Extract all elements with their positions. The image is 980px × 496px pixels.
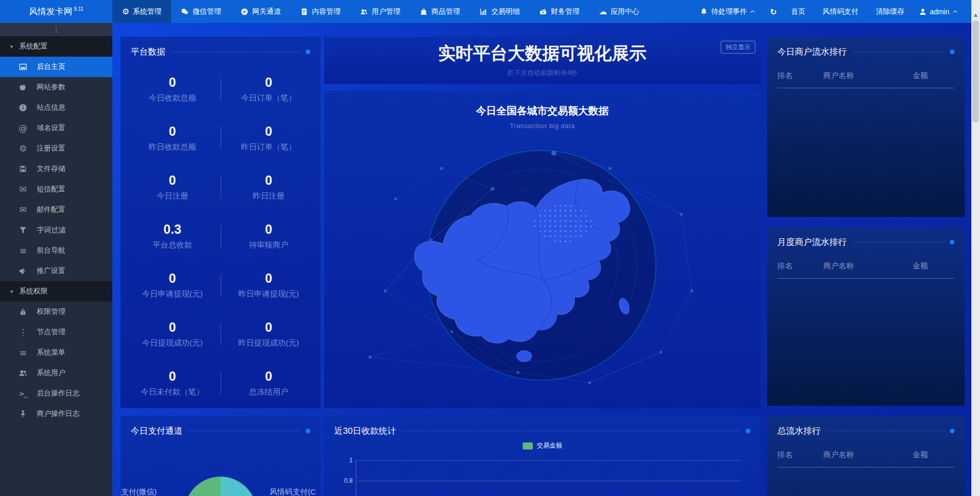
rank-header-underline [777,278,954,279]
panel-head: 总流水排行 [767,416,965,437]
top-nav-item[interactable]: 用户管理 [350,0,410,23]
scroll-up-arrow[interactable]: ▲ [971,12,980,17]
stat-label: 平台总收款 [153,240,192,251]
sidebar-item[interactable]: @域名设置 [0,118,112,138]
money-icon [539,8,547,16]
sidebar-item-icon-wrap [17,368,29,378]
stat-value: 0 [169,124,176,139]
sidebar-item[interactable]: 网站参数 [0,77,112,97]
gear-icon: ⚙ [19,144,27,153]
top-nav-item[interactable]: 财务管理 [529,0,589,23]
top-nav-item[interactable]: 交易明细 [470,0,529,23]
navbar-link[interactable]: 清除缓存 [876,7,904,16]
sidebar-item[interactable]: ≡系统菜单 [0,342,112,363]
sidebar-item[interactable]: 站点信息 [0,97,112,118]
dotted-line [189,431,301,431]
scrollbar-thumb[interactable] [972,20,979,122]
panel-head: 今日商户流水排行 [767,37,965,58]
accent-dot [306,429,310,433]
accent-dot [950,240,954,244]
sidebar-section-header[interactable]: ▾系统配置 [0,36,112,57]
navbar-link[interactable]: 首页 [791,7,805,16]
top-nav-item[interactable]: 微信管理 [171,0,231,23]
sidebar-item-label: 文件存储 [37,164,65,173]
top-nav-item-label: 财务管理 [551,7,579,16]
sidebar-item[interactable]: ≡前台导航 [0,240,112,261]
rank-header-underline [777,467,954,467]
stat-value: 0 [169,320,176,335]
user-menu[interactable]: admin [919,8,958,16]
today-merchant-rank-panel: 今日商户流水排行排名商户名称金额 [767,37,965,217]
top-nav-item[interactable]: 网关通道 [231,0,290,23]
sidebar-item-label: 权限管理 [37,307,65,316]
stat-label: 昨日订单（笔） [241,142,297,153]
top-nav-item[interactable]: ⚙系统管理 [112,0,171,23]
dots-icon: ⋮ [19,328,28,337]
top-nav-item-label: 微信管理 [192,7,221,16]
stat-item: 0今日提现成功(元) [125,310,220,359]
refresh-button[interactable]: ↻ [770,6,776,17]
top-nav-item[interactable]: 商品管理 [410,0,470,23]
sidebar-item[interactable]: 商户操作日志 [0,404,112,424]
stat-value: 0.3 [163,222,181,237]
stat-label: 今日未付款（笔） [141,387,204,398]
rank-column-header: 商户名称 [823,450,913,460]
sidebar-collapse-toggle[interactable]: ⋮ [0,23,112,36]
chart-legend[interactable]: 交易金额 [324,441,761,450]
sidebar-section-header[interactable]: ▾系统权限 [0,281,112,302]
sidebar-item-label: 网站参数 [37,83,65,92]
sidebar-item[interactable]: 推广设置 [0,261,112,281]
china-map [324,138,761,408]
pending-events-button[interactable]: 待处理事件 [700,7,755,16]
sidebar: ⋮ ▾系统配置后台主页网站参数站点信息@域名设置⚙注册设置文件存储✉短信配置✉邮… [0,23,112,496]
stat-item: 0今日申请提现(元) [125,261,220,310]
chevron-up-icon [750,9,755,14]
panel-title: 今日支付通道 [131,425,183,437]
sidebar-item[interactable]: 权限管理 [0,302,112,322]
refresh-icon: ↻ [770,6,776,17]
page-scrollbar[interactable]: ▲ [971,0,980,496]
chevron-up-icon [952,9,958,14]
dots-icon: ⋮ [53,26,60,33]
stat-label: 待审核商户 [249,240,289,251]
map-title: 今日全国各城市交易额大数据 [324,104,761,118]
monthly-merchant-rank-panel: 月度商户流水排行排名商户名称金额 [767,227,965,406]
sidebar-item-label: 域名设置 [37,123,65,133]
sidebar-item-icon-wrap [17,226,29,235]
sidebar-item[interactable]: 系统用户 [0,363,112,383]
sidebar-item[interactable]: 字词过滤 [0,220,112,240]
top-nav-item-label: 内容管理 [312,7,340,16]
pie-label-right: 风情码支付(C [270,487,316,496]
stat-item: 0昨日注册 [221,163,317,212]
gear-icon: ⚙ [122,8,129,16]
standalone-display-button[interactable]: 独立显示 [721,41,755,54]
navbar-link-label: 风情码支付 [823,7,859,16]
sidebar-item[interactable]: ⚙注册设置 [0,138,112,159]
收款-statistics-panel: 近30日收款统计 交易金额 1 0.8 [324,416,761,496]
sidebar-item[interactable]: ✉短信配置 [0,179,112,200]
stat-value: 0 [265,222,272,237]
stat-label: 今日收款总额 [149,93,196,104]
app-logo[interactable]: 风情发卡网9.11 [0,0,112,23]
at-icon: @ [19,124,28,133]
sidebar-item[interactable]: ⋮节点管理 [0,322,112,342]
top-nav-item[interactable]: ☁应用中心 [589,0,649,23]
sidebar-item[interactable]: >_后台操作日志 [0,383,112,404]
sidebar-item-label: 后台主页 [37,62,65,71]
map-subtitle: Transaction big data [324,122,761,130]
bell-icon [700,8,708,16]
sidebar-item[interactable]: 文件存储 [0,159,112,179]
sidebar-item[interactable]: ✉邮件配置 [0,200,112,220]
sidebar-item-icon-wrap: ✉ [17,206,29,214]
y-tick: 1 [339,457,353,464]
rank-column-header: 排名 [777,261,823,271]
platform-data-panel: 平台数据 0今日收款总额0今日订单（笔）0昨日收款总额0昨日订单（笔）0今日注册… [120,37,321,408]
top-nav-item[interactable]: 内容管理 [290,0,350,23]
refresh-countdown: 距下次自动刷新剩余4秒 [324,68,761,78]
sidebar-item[interactable]: 后台主页 [0,57,112,77]
sidebar-item-icon-wrap [17,62,29,71]
stat-value: 0 [169,75,176,90]
navbar-link-label: 首页 [791,7,805,16]
sidebar-item-label: 注册设置 [37,144,65,153]
navbar-link[interactable]: 风情码支付 [823,7,859,16]
